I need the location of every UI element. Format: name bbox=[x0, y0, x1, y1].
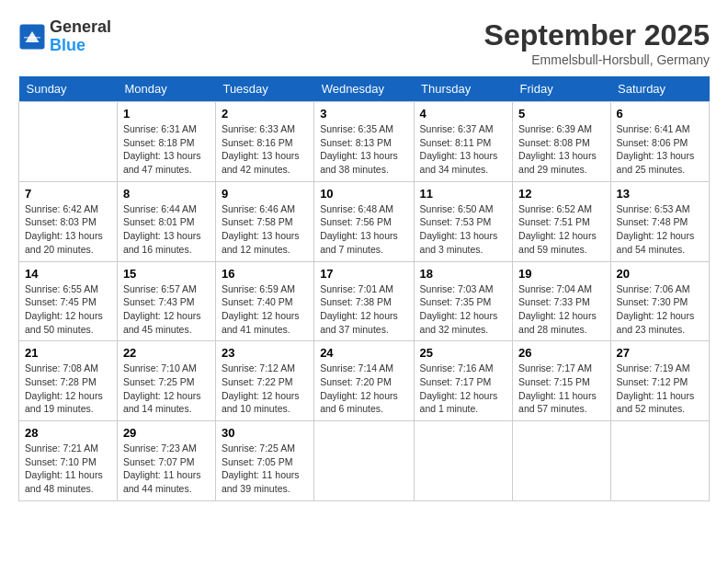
calendar-cell: 30Sunrise: 7:25 AM Sunset: 7:05 PM Dayli… bbox=[215, 421, 313, 501]
day-info: Sunrise: 7:16 AM Sunset: 7:17 PM Dayligh… bbox=[420, 362, 507, 416]
day-info: Sunrise: 6:55 AM Sunset: 7:45 PM Dayligh… bbox=[25, 282, 111, 337]
calendar-cell: 10Sunrise: 6:48 AM Sunset: 7:56 PM Dayli… bbox=[314, 181, 414, 261]
month-title: September 2025 bbox=[484, 18, 710, 52]
day-info: Sunrise: 7:12 AM Sunset: 7:22 PM Dayligh… bbox=[222, 362, 308, 416]
calendar-cell: 22Sunrise: 7:10 AM Sunset: 7:25 PM Dayli… bbox=[117, 341, 215, 421]
calendar-cell: 4Sunrise: 6:37 AM Sunset: 8:11 PM Daylig… bbox=[414, 102, 513, 182]
calendar-cell: 7Sunrise: 6:42 AM Sunset: 8:03 PM Daylig… bbox=[19, 181, 118, 261]
day-info: Sunrise: 7:04 AM Sunset: 7:33 PM Dayligh… bbox=[518, 282, 605, 337]
day-info: Sunrise: 6:53 AM Sunset: 7:48 PM Dayligh… bbox=[617, 202, 703, 257]
calendar-cell: 5Sunrise: 6:39 AM Sunset: 8:08 PM Daylig… bbox=[513, 102, 611, 182]
calendar-cell: 15Sunrise: 6:57 AM Sunset: 7:43 PM Dayli… bbox=[117, 261, 215, 341]
calendar-cell: 20Sunrise: 7:06 AM Sunset: 7:30 PM Dayli… bbox=[610, 261, 709, 341]
day-info: Sunrise: 7:19 AM Sunset: 7:12 PM Dayligh… bbox=[617, 362, 703, 416]
day-number: 27 bbox=[617, 346, 703, 360]
day-number: 4 bbox=[420, 107, 507, 121]
calendar-cell: 23Sunrise: 7:12 AM Sunset: 7:22 PM Dayli… bbox=[215, 341, 313, 421]
day-info: Sunrise: 6:35 AM Sunset: 8:13 PM Dayligh… bbox=[320, 122, 407, 177]
weekday-header-wednesday: Wednesday bbox=[314, 76, 414, 102]
day-info: Sunrise: 7:10 AM Sunset: 7:25 PM Dayligh… bbox=[123, 362, 210, 416]
day-info: Sunrise: 6:44 AM Sunset: 8:01 PM Dayligh… bbox=[123, 202, 210, 257]
day-info: Sunrise: 7:08 AM Sunset: 7:28 PM Dayligh… bbox=[25, 362, 111, 416]
day-number: 16 bbox=[222, 267, 308, 281]
day-info: Sunrise: 7:25 AM Sunset: 7:05 PM Dayligh… bbox=[222, 442, 308, 496]
day-info: Sunrise: 6:39 AM Sunset: 8:08 PM Dayligh… bbox=[518, 122, 605, 177]
weekday-header-thursday: Thursday bbox=[414, 76, 513, 102]
calendar-cell bbox=[610, 421, 709, 501]
weekday-header-sunday: Sunday bbox=[19, 76, 118, 102]
calendar-cell: 25Sunrise: 7:16 AM Sunset: 7:17 PM Dayli… bbox=[414, 341, 513, 421]
calendar-cell: 6Sunrise: 6:41 AM Sunset: 8:06 PM Daylig… bbox=[610, 102, 709, 182]
day-number: 14 bbox=[25, 267, 111, 281]
logo-blue-text: Blue bbox=[50, 37, 111, 55]
calendar-cell bbox=[19, 102, 118, 182]
day-number: 26 bbox=[518, 346, 605, 360]
day-number: 24 bbox=[320, 346, 407, 360]
day-info: Sunrise: 7:06 AM Sunset: 7:30 PM Dayligh… bbox=[617, 282, 703, 337]
day-number: 2 bbox=[222, 107, 308, 121]
calendar-cell: 1Sunrise: 6:31 AM Sunset: 8:18 PM Daylig… bbox=[117, 102, 215, 182]
day-number: 23 bbox=[222, 346, 308, 360]
weekday-header-row: SundayMondayTuesdayWednesdayThursdayFrid… bbox=[19, 76, 710, 102]
weekday-header-monday: Monday bbox=[117, 76, 215, 102]
day-info: Sunrise: 6:57 AM Sunset: 7:43 PM Dayligh… bbox=[123, 282, 210, 337]
day-number: 15 bbox=[123, 267, 210, 281]
week-row-2: 7Sunrise: 6:42 AM Sunset: 8:03 PM Daylig… bbox=[19, 181, 710, 261]
calendar-cell: 19Sunrise: 7:04 AM Sunset: 7:33 PM Dayli… bbox=[513, 261, 611, 341]
logo-general-text: General bbox=[50, 18, 111, 37]
calendar-cell: 28Sunrise: 7:21 AM Sunset: 7:10 PM Dayli… bbox=[19, 421, 118, 501]
day-info: Sunrise: 7:03 AM Sunset: 7:35 PM Dayligh… bbox=[420, 282, 507, 337]
calendar-cell: 12Sunrise: 6:52 AM Sunset: 7:51 PM Dayli… bbox=[513, 181, 611, 261]
day-info: Sunrise: 6:46 AM Sunset: 7:58 PM Dayligh… bbox=[222, 202, 308, 257]
calendar-cell: 8Sunrise: 6:44 AM Sunset: 8:01 PM Daylig… bbox=[117, 181, 215, 261]
day-info: Sunrise: 6:50 AM Sunset: 7:53 PM Dayligh… bbox=[420, 202, 507, 257]
calendar-cell: 13Sunrise: 6:53 AM Sunset: 7:48 PM Dayli… bbox=[610, 181, 709, 261]
day-number: 11 bbox=[420, 187, 507, 201]
logo-text: General Blue bbox=[50, 18, 111, 55]
logo-icon bbox=[18, 23, 46, 51]
weekday-header-friday: Friday bbox=[513, 76, 611, 102]
day-number: 28 bbox=[25, 426, 111, 440]
day-number: 12 bbox=[518, 187, 605, 201]
day-info: Sunrise: 6:42 AM Sunset: 8:03 PM Dayligh… bbox=[25, 202, 111, 257]
day-info: Sunrise: 6:52 AM Sunset: 7:51 PM Dayligh… bbox=[518, 202, 605, 257]
day-number: 25 bbox=[420, 346, 507, 360]
calendar-cell: 21Sunrise: 7:08 AM Sunset: 7:28 PM Dayli… bbox=[19, 341, 118, 421]
day-info: Sunrise: 6:59 AM Sunset: 7:40 PM Dayligh… bbox=[222, 282, 308, 337]
week-row-5: 28Sunrise: 7:21 AM Sunset: 7:10 PM Dayli… bbox=[19, 421, 710, 501]
day-number: 7 bbox=[25, 187, 111, 201]
logo: General Blue bbox=[18, 18, 111, 55]
calendar-cell: 17Sunrise: 7:01 AM Sunset: 7:38 PM Dayli… bbox=[314, 261, 414, 341]
title-block: September 2025 Emmelsbull-Horsbull, Germ… bbox=[484, 18, 710, 67]
calendar-cell: 26Sunrise: 7:17 AM Sunset: 7:15 PM Dayli… bbox=[513, 341, 611, 421]
calendar-cell: 18Sunrise: 7:03 AM Sunset: 7:35 PM Dayli… bbox=[414, 261, 513, 341]
day-number: 9 bbox=[222, 187, 308, 201]
day-info: Sunrise: 7:01 AM Sunset: 7:38 PM Dayligh… bbox=[320, 282, 407, 337]
day-info: Sunrise: 7:21 AM Sunset: 7:10 PM Dayligh… bbox=[25, 442, 111, 496]
weekday-header-saturday: Saturday bbox=[610, 76, 709, 102]
calendar-cell: 16Sunrise: 6:59 AM Sunset: 7:40 PM Dayli… bbox=[215, 261, 313, 341]
week-row-1: 1Sunrise: 6:31 AM Sunset: 8:18 PM Daylig… bbox=[19, 102, 710, 182]
day-info: Sunrise: 7:17 AM Sunset: 7:15 PM Dayligh… bbox=[518, 362, 605, 416]
day-number: 22 bbox=[123, 346, 210, 360]
calendar-cell bbox=[513, 421, 611, 501]
day-number: 21 bbox=[25, 346, 111, 360]
day-number: 19 bbox=[518, 267, 605, 281]
day-number: 6 bbox=[617, 107, 703, 121]
week-row-3: 14Sunrise: 6:55 AM Sunset: 7:45 PM Dayli… bbox=[19, 261, 710, 341]
calendar-cell bbox=[314, 421, 414, 501]
calendar-cell bbox=[414, 421, 513, 501]
calendar-cell: 27Sunrise: 7:19 AM Sunset: 7:12 PM Dayli… bbox=[610, 341, 709, 421]
calendar-cell: 2Sunrise: 6:33 AM Sunset: 8:16 PM Daylig… bbox=[215, 102, 313, 182]
calendar-cell: 11Sunrise: 6:50 AM Sunset: 7:53 PM Dayli… bbox=[414, 181, 513, 261]
calendar-table: SundayMondayTuesdayWednesdayThursdayFrid… bbox=[18, 76, 710, 501]
calendar-cell: 29Sunrise: 7:23 AM Sunset: 7:07 PM Dayli… bbox=[117, 421, 215, 501]
day-info: Sunrise: 7:14 AM Sunset: 7:20 PM Dayligh… bbox=[320, 362, 407, 416]
day-info: Sunrise: 6:37 AM Sunset: 8:11 PM Dayligh… bbox=[420, 122, 507, 177]
week-row-4: 21Sunrise: 7:08 AM Sunset: 7:28 PM Dayli… bbox=[19, 341, 710, 421]
day-number: 3 bbox=[320, 107, 407, 121]
calendar-cell: 3Sunrise: 6:35 AM Sunset: 8:13 PM Daylig… bbox=[314, 102, 414, 182]
calendar-cell: 14Sunrise: 6:55 AM Sunset: 7:45 PM Dayli… bbox=[19, 261, 118, 341]
day-number: 5 bbox=[518, 107, 605, 121]
day-number: 30 bbox=[222, 426, 308, 440]
